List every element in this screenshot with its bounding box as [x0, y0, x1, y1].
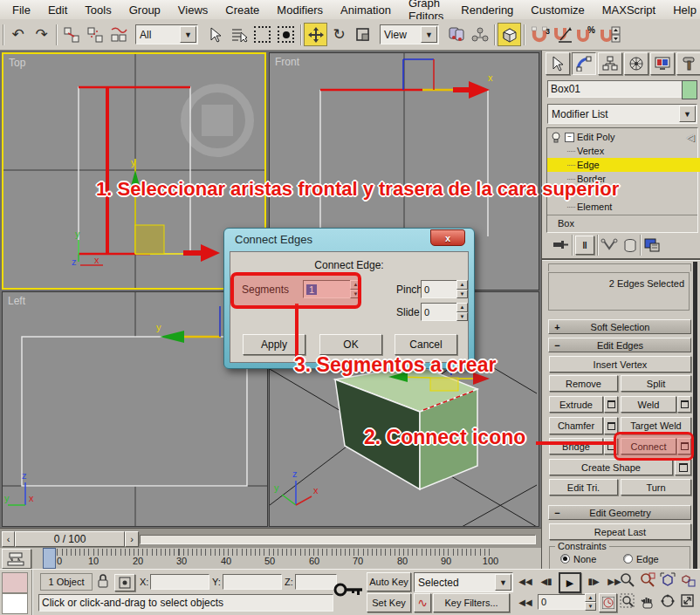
select-object-icon[interactable]	[203, 23, 227, 46]
time-configuration-icon[interactable]	[599, 593, 617, 612]
remove-button[interactable]: Remove	[549, 375, 618, 392]
dialog-close-icon[interactable]: x	[430, 229, 465, 246]
split-button[interactable]: Split	[621, 375, 691, 392]
current-frame-marker[interactable]	[43, 548, 56, 569]
select-and-manipulate-icon[interactable]	[468, 23, 491, 46]
go-to-start-icon[interactable]: ◀◀	[517, 572, 534, 590]
stack-row-edit-poly[interactable]: − Edit Poly ◁	[547, 130, 697, 144]
make-unique-icon[interactable]	[600, 238, 618, 252]
unlink-icon[interactable]	[83, 23, 106, 46]
menu-rendering[interactable]: Rendering	[452, 2, 522, 18]
use-pivot-point-icon[interactable]	[444, 23, 468, 46]
weld-settings-icon[interactable]	[677, 396, 691, 413]
next-frame-icon[interactable]: ▮▶	[585, 572, 602, 590]
show-end-result-icon[interactable]: ‖	[575, 236, 594, 255]
arc-rotate-icon[interactable]	[660, 593, 676, 609]
rectangular-selection-region-icon[interactable]	[250, 23, 274, 46]
pinch-spinner[interactable]: ▲▼	[456, 280, 468, 298]
time-slider-prev-icon[interactable]: ‹	[2, 531, 15, 547]
lightbulb-icon[interactable]	[550, 132, 562, 143]
tab-hierarchy-icon[interactable]	[598, 52, 622, 75]
object-name-field[interactable]: Box01	[547, 80, 683, 98]
angle-snap-icon[interactable]	[551, 23, 574, 46]
frame-spinner[interactable]: ▲▼	[585, 593, 596, 611]
rollout-soft-selection[interactable]: +Soft Selection	[548, 319, 691, 334]
slide-spinner[interactable]: ▲▼	[456, 303, 468, 321]
redo-icon[interactable]: ↷	[30, 23, 53, 46]
select-and-link-icon[interactable]	[59, 23, 83, 46]
zoom-icon[interactable]	[620, 572, 635, 588]
rollout-edit-edges[interactable]: −Edit Edges	[548, 338, 691, 352]
menu-tools[interactable]: Tools	[76, 2, 120, 18]
dropdown-arrow-icon[interactable]: ▼	[679, 106, 696, 122]
menu-animation[interactable]: Animation	[332, 2, 400, 18]
menu-group[interactable]: Group	[120, 2, 169, 18]
z-coord-field[interactable]	[295, 574, 337, 590]
selection-lock-icon[interactable]	[96, 573, 110, 592]
repeat-last-button[interactable]: Repeat Last	[549, 523, 691, 540]
track-bar-ticks[interactable]	[44, 549, 493, 556]
menu-maxscript[interactable]: MAXScript	[594, 2, 664, 18]
menu-views[interactable]: Views	[169, 2, 216, 18]
bridge-button[interactable]: Bridge	[549, 438, 603, 454]
zoom-extents-all-icon[interactable]	[680, 572, 696, 588]
ok-button[interactable]: OK	[319, 334, 382, 355]
viewport-left-label[interactable]: Left	[8, 295, 25, 307]
spinner-snap-icon[interactable]	[598, 23, 621, 46]
set-key-button[interactable]: Set Key	[367, 593, 411, 612]
zoom-extents-icon[interactable]	[660, 572, 676, 588]
collapse-icon[interactable]: −	[552, 508, 562, 518]
expand-icon[interactable]: +	[552, 322, 562, 332]
snap-toggle-3d-icon[interactable]: 3	[527, 23, 551, 46]
tab-create-icon[interactable]	[546, 52, 570, 75]
tab-display-icon[interactable]	[650, 52, 675, 75]
auto-key-button[interactable]: Auto Key	[367, 572, 411, 591]
panel-scrollbar[interactable]	[693, 262, 697, 569]
collapse-icon[interactable]: −	[552, 340, 562, 351]
stack-row-vertex[interactable]: ·····Vertex	[547, 144, 700, 158]
stack-row-box[interactable]: Box	[547, 216, 700, 230]
selection-filter-dropdown[interactable]: All ▼	[135, 24, 198, 44]
rollout-edit-geometry[interactable]: −Edit Geometry	[548, 505, 691, 520]
x-coord-field[interactable]	[150, 574, 209, 590]
turn-button[interactable]: Turn	[621, 479, 691, 495]
viewport-front-label[interactable]: Front	[275, 56, 299, 68]
insert-vertex-button[interactable]: Insert Vertex	[549, 356, 691, 372]
pan-hand-icon[interactable]	[640, 593, 655, 609]
stack-row-edge[interactable]: ·····Edge◁	[547, 158, 700, 172]
menu-create[interactable]: Create	[216, 2, 268, 18]
key-mode-toggle-icon[interactable]: ◀◀	[517, 593, 534, 611]
tab-utilities-icon[interactable]	[676, 52, 700, 75]
select-and-scale-icon[interactable]	[351, 23, 374, 46]
viewport-top-label[interactable]: Top	[9, 57, 25, 69]
constraint-none-radio[interactable]: None	[560, 554, 596, 564]
current-frame-field[interactable]: 0	[538, 594, 590, 610]
extrude-settings-icon[interactable]	[604, 396, 618, 413]
select-and-move-icon[interactable]	[304, 23, 327, 46]
stack-row-element[interactable]: ·····Element	[547, 200, 700, 214]
menu-customize[interactable]: Customize	[522, 2, 593, 18]
pin-stack-icon[interactable]	[552, 237, 569, 253]
collapse-box-icon[interactable]: −	[565, 133, 574, 142]
create-shape-settings-icon[interactable]	[675, 459, 691, 475]
configure-modifier-sets-icon[interactable]	[643, 237, 661, 253]
dropdown-arrow-icon[interactable]: ▼	[421, 26, 437, 43]
menu-modifiers[interactable]: Modifiers	[268, 2, 332, 18]
create-shape-button[interactable]: Create Shape	[549, 459, 673, 475]
constraint-edge-radio[interactable]: Edge	[623, 554, 659, 564]
y-coord-field[interactable]	[223, 574, 282, 590]
mini-curve-editor-icon[interactable]	[2, 549, 31, 569]
play-icon[interactable]: ▶	[559, 572, 581, 593]
keyable-dropdown[interactable]: Selected ▼	[414, 572, 513, 592]
undo-icon[interactable]: ↶	[6, 23, 30, 46]
cancel-button[interactable]: Cancel	[395, 334, 457, 355]
tab-motion-icon[interactable]	[624, 52, 649, 75]
chamfer-button[interactable]: Chamfer	[549, 417, 603, 434]
region-zoom-icon[interactable]	[620, 593, 635, 609]
window-crossing-icon[interactable]	[274, 23, 298, 46]
remove-modifier-icon[interactable]	[623, 238, 637, 253]
maxscript-mini-listener-pink[interactable]	[2, 572, 28, 593]
reference-coordsys-dropdown[interactable]: View ▼	[380, 24, 439, 44]
dropdown-arrow-icon[interactable]: ▼	[180, 26, 196, 43]
edit-tri-button[interactable]: Edit Tri.	[549, 479, 618, 495]
